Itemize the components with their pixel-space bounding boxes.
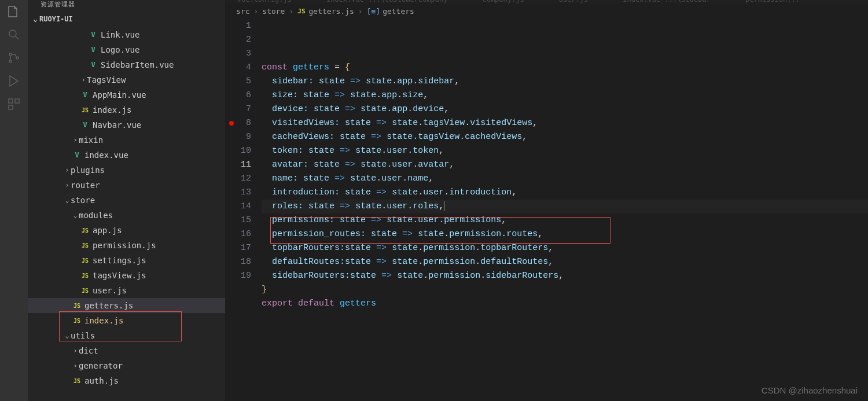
line-number[interactable]: 8 — [226, 116, 251, 130]
breadcrumb-part[interactable]: src — [236, 7, 249, 16]
code-line[interactable]: introduction: state => state.user.introd… — [262, 186, 868, 200]
debug-icon[interactable] — [7, 74, 21, 88]
tree-folder[interactable]: ⌄modules — [28, 208, 225, 223]
tree-label: permission.js — [93, 241, 156, 250]
line-number[interactable]: 1 — [226, 19, 251, 33]
code-line[interactable]: export default getters — [262, 297, 868, 311]
tree-file[interactable]: JSindex.js — [28, 102, 225, 117]
line-number[interactable]: 10 — [226, 144, 251, 158]
code-line[interactable]: } — [262, 283, 868, 297]
code-line[interactable]: permissions: state => state.user.permiss… — [262, 214, 868, 227]
code-line[interactable] — [262, 311, 868, 325]
breadcrumb-part[interactable]: store — [262, 7, 285, 16]
tree-folder[interactable]: ›plugins — [28, 163, 225, 178]
tree-file[interactable]: JSindex.js — [28, 313, 225, 328]
svg-point-3 — [16, 57, 19, 59]
code-line[interactable]: name: state => state.user.name, — [262, 172, 868, 186]
code-line[interactable]: const getters = { — [262, 61, 868, 75]
line-number[interactable]: 19 — [226, 269, 251, 283]
tree-folder[interactable]: ›generator — [28, 358, 225, 373]
code-line[interactable]: topbarRouters:state => state.permission.… — [262, 241, 868, 255]
tree-folder[interactable]: ›TagsView — [28, 72, 225, 87]
line-number[interactable]: 18 — [226, 255, 251, 269]
explorer-icon[interactable] — [7, 5, 21, 19]
line-number[interactable]: 2 — [226, 33, 251, 47]
tree-file[interactable]: JSpermission.js — [28, 238, 225, 253]
chevron-icon: › — [72, 136, 79, 144]
tree-folder[interactable]: ⌄utils — [28, 328, 225, 343]
tree-file[interactable]: VAppMain.vue — [28, 87, 225, 102]
chevron-icon: ⌄ — [72, 211, 79, 219]
tree-label: index.vue — [84, 150, 128, 160]
line-number[interactable]: 7 — [226, 102, 251, 116]
code-line[interactable]: sidebarRouters:state => state.permission… — [262, 269, 868, 283]
tree-label: dict — [79, 346, 98, 355]
file-tree: VLink.vueVLogo.vueVSidebarItem.vue›TagsV… — [28, 27, 225, 401]
tree-file[interactable]: VLogo.vue — [28, 42, 225, 57]
source-control-icon[interactable] — [7, 51, 21, 65]
code-line[interactable]: size: state => state.app.size, — [262, 89, 868, 102]
code-line[interactable]: cachedViews: state => state.tagsView.cac… — [262, 130, 868, 144]
editor-tab[interactable]: user.js — [559, 0, 589, 3]
tree-file[interactable]: JStagsView.js — [28, 268, 225, 283]
editor-tab[interactable]: index.vue ...\customerCompany — [326, 0, 448, 3]
tree-file[interactable]: JSuser.js — [28, 283, 225, 298]
code-line[interactable]: token: state => state.user.token, — [262, 144, 868, 158]
line-number[interactable]: 15 — [226, 214, 251, 227]
code-line[interactable]: avatar: state => state.user.avatar, — [262, 158, 868, 172]
code-line[interactable]: visitedViews: state => state.tagsView.vi… — [262, 116, 868, 130]
line-number[interactable]: 3 — [226, 47, 251, 61]
line-number[interactable]: 12 — [226, 172, 251, 186]
search-icon[interactable] — [7, 28, 21, 42]
editor-tabs[interactable]: vue.config.jsindex.vue ...\customerCompa… — [226, 0, 868, 3]
tree-folder[interactable]: ›dict — [28, 343, 225, 358]
line-number[interactable]: 11 — [226, 158, 251, 172]
tree-file[interactable]: JSauth.js — [28, 373, 225, 388]
tree-file[interactable]: JSsettings.js — [28, 253, 225, 268]
tree-file[interactable]: JSapp.js — [28, 223, 225, 238]
tree-file[interactable]: VLink.vue — [28, 27, 225, 42]
project-header[interactable]: ⌄ RUOYI-UI — [28, 12, 225, 27]
line-number[interactable]: 13 — [226, 186, 251, 200]
code-editor[interactable]: 12345678910111213141516171819 const gett… — [226, 19, 868, 401]
line-number[interactable]: 4 — [226, 61, 251, 75]
extensions-icon[interactable] — [7, 97, 21, 111]
symbol-icon: [≡] — [367, 7, 380, 16]
js-icon: JS — [80, 257, 90, 264]
line-number[interactable]: 14 — [226, 200, 251, 214]
tree-file[interactable]: JSgetters.js — [28, 298, 225, 313]
tree-label: getters.js — [84, 301, 133, 310]
tree-folder[interactable]: ›mixin — [28, 133, 225, 148]
line-number[interactable]: 6 — [226, 89, 251, 102]
tree-folder[interactable]: ⌄store — [28, 193, 225, 208]
tree-label: store — [71, 196, 95, 205]
code-line[interactable]: defaultRoutes:state => state.permission.… — [262, 255, 868, 269]
line-number[interactable]: 9 — [226, 130, 251, 144]
code-line[interactable]: permission_routes: state => state.permis… — [262, 227, 868, 241]
tree-folder[interactable]: ›router — [28, 178, 225, 193]
code-line[interactable]: sidebar: state => state.app.sidebar, — [262, 75, 868, 89]
tree-label: app.js — [93, 226, 122, 235]
line-number[interactable]: 5 — [226, 75, 251, 89]
code-line[interactable]: device: state => state.app.device, — [262, 102, 868, 116]
line-number[interactable]: 16 — [226, 227, 251, 241]
code-line[interactable]: roles: state => state.user.roles, — [262, 200, 868, 214]
line-gutter[interactable]: 12345678910111213141516171819 — [226, 19, 262, 401]
breadcrumb-symbol[interactable]: getters — [382, 7, 414, 16]
tree-file[interactable]: Vindex.vue — [28, 148, 225, 163]
editor-area: vue.config.jsindex.vue ...\customerCompa… — [226, 0, 868, 401]
tree-file[interactable]: VNavbar.vue — [28, 117, 225, 133]
breadcrumb-file[interactable]: getters.js — [309, 7, 354, 16]
editor-tab[interactable]: index.vue ...\Sidebar — [623, 0, 711, 3]
chevron-down-icon: ⌄ — [31, 14, 39, 23]
tree-file[interactable]: VSidebarItem.vue — [28, 57, 225, 72]
editor-tab[interactable]: permission... — [745, 0, 800, 3]
tree-label: mixin — [79, 135, 103, 145]
editor-tab[interactable]: vue.config.js — [237, 0, 292, 3]
tree-label: tagsView.js — [93, 271, 146, 280]
editor-tab[interactable]: company.js — [482, 0, 524, 3]
line-number[interactable]: 17 — [226, 241, 251, 255]
tree-label: index.js — [84, 316, 123, 325]
code-content[interactable]: const getters = { sidebar: state => stat… — [262, 19, 868, 401]
breadcrumb[interactable]: src › store › JS getters.js › [≡] getter… — [226, 3, 868, 19]
